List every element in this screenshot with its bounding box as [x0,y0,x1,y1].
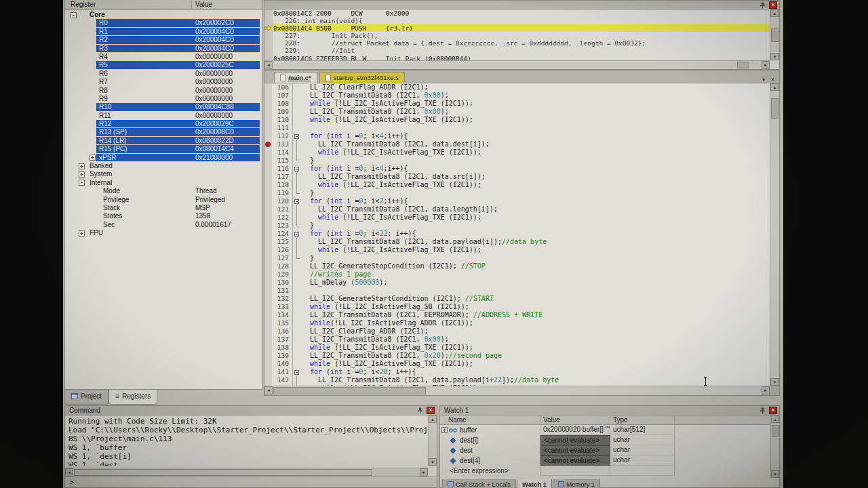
fold-margin[interactable] [293,124,302,132]
fold-margin[interactable] [293,336,302,344]
watch-row[interactable]: dest[4]<cannot evaluate>uchar [440,455,770,466]
fold-margin[interactable] [293,287,302,295]
watch-value[interactable]: 0x20000020 buffer[] "" [540,425,610,435]
fold-collapse-icon[interactable] [294,370,299,375]
breakpoint-margin[interactable] [264,352,272,360]
fold-margin[interactable] [293,165,302,173]
code-line[interactable]: 135while(!LL_I2C_IsActiveFlag_ADDR (I2C1… [264,319,770,327]
breakpoint-margin[interactable] [264,83,272,92]
code-line[interactable]: 116for (int i =0; i<4;i++){ [264,165,770,173]
fold-margin[interactable] [293,148,302,157]
scrollbar-thumb[interactable] [771,28,778,42]
tab-project[interactable]: Project [64,390,108,405]
fold-margin[interactable] [293,83,302,92]
fold-margin[interactable] [293,222,302,230]
code-line[interactable]: 133while (!LL_I2C_IsActiveFlag_SB (I2C1)… [264,303,770,311]
scrollbar-thumb[interactable] [74,469,372,476]
close-icon[interactable]: × [769,1,777,9]
register-row[interactable]: R80x00000000 [65,87,262,95]
breakpoint-margin[interactable] [264,214,272,222]
fold-margin[interactable] [293,246,302,254]
scroll-up-icon[interactable]: ▲ [770,9,779,17]
breakpoint-margin[interactable] [264,140,272,148]
bottom-tab-watch-1[interactable]: Watch 1 [517,479,552,488]
scroll-down-icon[interactable]: ▼ [770,53,779,60]
editor-vertical-scrollbar[interactable]: ▲ ▼ [770,83,779,386]
watch-name-cell[interactable]: dest[i] [440,435,540,445]
register-row[interactable]: R120x2000029C [65,120,262,128]
fold-margin[interactable] [293,279,302,287]
scrollbar-thumb[interactable] [273,387,426,394]
watch-value[interactable] [540,466,610,476]
register-group-row[interactable]: -Internal [65,179,262,187]
code-line[interactable]: 137LL_I2C_TransmitData8 (I2C1, 0x00); [264,336,770,344]
scroll-up-icon[interactable]: ▲ [770,83,779,91]
breakpoint-margin[interactable] [264,270,272,279]
fold-margin[interactable] [293,92,302,100]
register-row[interactable]: R30x200004C0 [65,45,262,53]
breakpoint-margin[interactable] [264,279,272,287]
register-row[interactable]: PrivilegePrivileged [65,196,262,204]
fold-margin[interactable] [293,189,302,197]
fold-margin[interactable] [293,319,302,327]
disasm-line[interactable]: 0x080014C6 F7FFFB3D BL.W Init_Pack (0x08… [264,55,770,60]
watch-value[interactable]: <cannot evaluate> [540,435,610,445]
expand-icon[interactable]: + [79,163,85,169]
breakpoint-margin[interactable] [264,262,272,270]
fold-margin[interactable] [293,100,302,108]
breakpoint-margin[interactable] [264,165,272,173]
code-line[interactable]: 142 LL_I2C_TransmitData8 (I2C1, data.pay… [264,376,770,384]
register-row[interactable]: R60x00000000 [65,70,262,78]
scroll-down-icon[interactable]: ▼ [770,378,779,386]
breakpoint-margin[interactable] [264,376,272,384]
disasm-line[interactable]: 226: int main(void){ [264,17,770,24]
code-line[interactable]: 113 LL_I2C_TransmitData8 (I2C1, data.des… [264,140,770,148]
breakpoint-margin[interactable] [264,181,272,189]
code-editor[interactable]: 106LL_I2C_ClearFlag_ADDR (I2C1);107LL_I2… [264,83,770,386]
command-input[interactable]: > [65,476,437,487]
fold-collapse-icon[interactable] [294,232,299,237]
register-row[interactable]: R70x00000000 [65,78,262,86]
fold-margin[interactable] [293,173,302,181]
code-line[interactable]: 111 [264,124,770,132]
code-line[interactable]: 110while (!LL_I2C_IsActiveFlag_TXE (I2C1… [264,116,770,124]
code-line[interactable]: 141for (int i =0; i<28; i++){ [264,368,770,376]
disasm-line[interactable]: 228: //struct Packet data = {.dest = 0xc… [264,39,770,47]
watch-name-cell[interactable]: dest [440,445,540,455]
fold-margin[interactable] [293,140,302,148]
register-row[interactable]: R20x200004C0 [65,36,262,44]
fold-margin[interactable] [293,157,302,165]
fold-margin[interactable] [293,181,302,189]
register-group-row[interactable]: +Banked [65,162,262,170]
command-vertical-scrollbar[interactable]: ▲ ▼ [428,415,437,466]
breakpoint-margin[interactable] [264,230,272,238]
scrollbar-thumb[interactable] [771,98,778,119]
breakpoint-margin[interactable] [264,100,272,108]
code-line[interactable]: 131 [264,287,770,295]
breakpoint-margin[interactable] [264,360,272,368]
scroll-right-icon[interactable]: ► [762,61,770,69]
breakpoint-margin[interactable] [264,287,272,295]
fold-margin[interactable] [293,214,302,222]
register-row[interactable]: States1358 [65,212,262,220]
breakpoint-margin[interactable] [264,124,272,132]
scroll-left-icon[interactable]: ◄ [264,61,273,69]
tab-registers[interactable]: ≡ Registers [108,390,157,405]
scroll-down-icon[interactable]: ▼ [771,470,779,478]
scroll-left-icon[interactable]: ◄ [65,468,73,476]
code-line[interactable]: 114 while (!LL_I2C_IsActiveFlag_TXE (I2C… [264,148,770,157]
breakpoint-margin[interactable] [264,189,272,197]
code-line[interactable]: 132LL_I2C_GenerateStartCondition (I2C1);… [264,295,770,303]
breakpoint-margin[interactable] [264,368,272,376]
code-line[interactable]: 128LL_I2C_GenerateStopCondition (I2C1); … [264,262,770,270]
fold-margin[interactable] [293,360,302,368]
fold-margin[interactable] [293,344,302,352]
collapse-icon[interactable]: - [79,180,85,186]
fold-margin[interactable] [293,376,302,384]
breakpoint-margin[interactable] [264,344,272,352]
expand-icon[interactable]: + [79,171,85,178]
code-line[interactable]: 112for (int i =0; i<4;i++){ [264,132,770,140]
register-row[interactable]: Sec0.00001617 [65,221,262,229]
code-line[interactable]: 136LL_I2C_ClearFlag_ADDR (I2C1); [264,327,770,336]
fold-margin[interactable] [293,197,302,205]
